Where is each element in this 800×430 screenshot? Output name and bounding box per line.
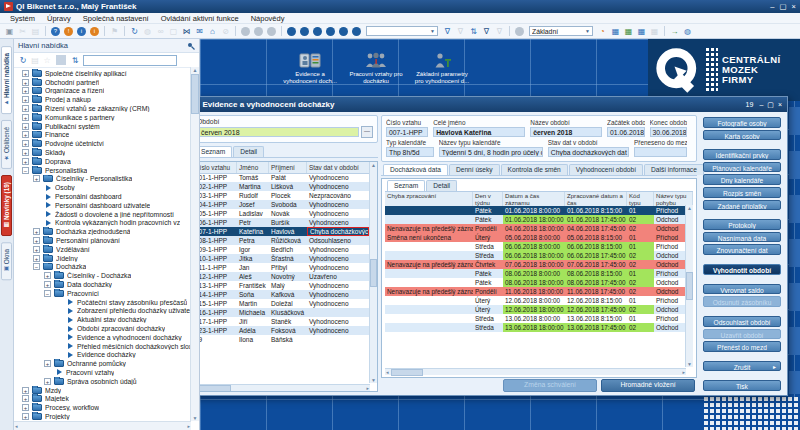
tree-item[interactable]: + Mzdy [14,386,199,395]
employee-grid-hscrollbar[interactable]: ◂▸ [200,384,370,391]
tree-expander[interactable]: + [22,105,29,112]
tree-item[interactable]: + Vzdělávání [14,245,199,254]
attendance-row[interactable]: Středa 13.06.2018 18:00:00 13.06.2018 17… [385,323,685,332]
attendance-row[interactable]: Úterý 12.06.2018 18:00:00 12.06.2018 17:… [385,305,685,314]
scroll-up-icon[interactable]: ▲ [371,162,376,168]
record-icon[interactable] [241,27,250,36]
tree-expander[interactable] [33,202,40,209]
tree-item[interactable]: + Řízení vztahů se zákazníky (CRM) [14,104,199,113]
paste-icon[interactable]: ▤ [30,26,41,37]
filter3-icon[interactable]: ∇ [494,26,505,37]
chart1-icon[interactable]: ▦ [610,26,621,37]
tree-expander[interactable] [33,219,40,226]
tree-expander[interactable]: + [22,123,29,130]
employee-row[interactable]: 014-1-HPP Soňa Kafková Vyhodnoceno [200,290,369,299]
tree-expander[interactable]: + [22,404,29,411]
stop-icon[interactable]: ⊘ [220,26,231,37]
employee-grid-vscrollbar[interactable]: ▲▼ [369,162,377,383]
tree-item[interactable]: + Obchodní partneři [14,78,199,87]
tree-item[interactable]: Evidence docházky [14,351,199,360]
employee-row[interactable]: 009-1-HPP Igor Bedřich Vyhodnoceno [200,245,369,254]
tree-item[interactable]: Počáteční stavy zásobníku přesčasů [14,298,199,307]
pie-chart-icon[interactable]: ◔ [597,26,608,37]
attendance-row[interactable]: Středa 06.06.2018 8:00:00 06.06.2018 8:1… [385,242,685,251]
attendance-tab[interactable]: Kontrola dle směn [501,164,568,175]
scroll-up-icon[interactable]: ▲ [687,205,692,211]
tab-detail[interactable]: Detail [426,180,457,191]
tree-expander[interactable]: + [33,246,40,253]
stop2-icon[interactable] [267,27,276,36]
action-button[interactable]: Zrušit▸ [703,361,781,372]
tree-item[interactable]: + Docházka zjednodušená [14,227,199,236]
action-button[interactable]: Protokoly [703,219,781,230]
tree-expander[interactable] [55,299,62,306]
tree-expander[interactable]: + [44,360,51,367]
column-header[interactable]: Název typu pohybu [654,192,693,206]
separator[interactable] [664,26,665,36]
action-button[interactable]: Odsunutí zásobníku [703,296,781,307]
tree-expander[interactable]: + [22,158,29,165]
tree-item[interactable]: + Správa osobních údajů [14,377,199,386]
separator[interactable] [104,26,105,36]
tree-item[interactable]: + Finance [14,131,199,140]
tree-item[interactable]: + Doprava [14,157,199,166]
employee-row[interactable]: 003-1-HPP Rudolf Plocek Nezpracováno [200,191,369,200]
column-header[interactable]: Příjmení [269,162,307,173]
tree-item[interactable]: Období zpracování docházky [14,324,199,333]
tree-expander[interactable]: + [22,131,29,138]
column-header[interactable]: Chyba zpracování [385,192,473,206]
menu-item[interactable]: Úpravy [41,14,77,23]
tree-expander[interactable] [44,369,51,376]
column-header[interactable]: Kód typu pohybu [627,192,654,206]
tree-vertical-scrollbar[interactable]: ▲▼ [190,67,199,421]
employee-row[interactable]: 010-1-HPP Jitka Šťastná Vyhodnoceno [200,254,369,263]
tree-expander[interactable]: + [44,281,51,288]
tree-item[interactable]: Přehled měsíčních docházkových slож [14,342,199,351]
employee-row[interactable]: 29 Ilona Báňská [200,335,369,344]
tree-item[interactable]: Kontrola vykázaných hodin pracovních vz [14,219,199,228]
action-button[interactable]: Přenést do mezd [703,341,781,352]
tree-item[interactable]: − Pracovníci [14,289,199,298]
menu-item[interactable]: Ovládání aktivní funkce [155,14,245,23]
scroll-left-icon[interactable]: ◂ [386,369,389,375]
window-icon[interactable]: ▢ [168,26,179,37]
action-button[interactable]: Fotografie osoby [703,117,781,128]
tree-item[interactable]: Personální dashboard uživatele [14,201,199,210]
tree-item[interactable]: + Jídelny [14,254,199,263]
tree-item[interactable]: + Komunikace s partnery [14,113,199,122]
attendance-row[interactable]: Nenavazuje na předešlý záznam Čtvrtek 07… [385,260,685,269]
globe-icon[interactable]: ◍ [142,26,153,37]
tree-item[interactable]: + Publikační systém [14,122,199,131]
tree-item[interactable]: − Personalistika [14,166,199,175]
column-header[interactable]: Stav dat v období [307,162,377,173]
action-button[interactable]: Tisk [703,380,781,391]
action-button[interactable]: Karta osoby [703,130,781,141]
attendance-tab[interactable]: Denní úseky [449,164,500,175]
tree-expander[interactable]: + [33,237,40,244]
tree-item[interactable]: + Projekty [14,412,199,421]
tree-item[interactable]: + Podvojné účetnictví [14,139,199,148]
attendance-row[interactable]: Pátek 01.06.2018 18:00:00 01.06.2018 17:… [385,215,685,224]
chart2-icon[interactable]: ▦ [623,26,634,37]
tree-expander[interactable]: + [33,228,40,235]
window-close-button[interactable]: × [778,101,782,109]
action-button[interactable]: Nasnímaná data [703,232,781,243]
tree-item[interactable]: + Ochranné pomůcky [14,359,199,368]
tree-expander[interactable] [55,351,62,358]
tree-item[interactable]: Personální dashboard [14,192,199,201]
separator[interactable] [281,26,282,36]
employee-row[interactable]: 001-1-HPP Tomáš Palát Vyhodnoceno [200,173,369,182]
tree-item[interactable]: + Data docházky [14,280,199,289]
action-button[interactable]: Identifikační prvky [703,149,781,160]
chart4-icon[interactable]: ▦ [649,26,660,37]
attendance-tab[interactable]: Další informace [644,164,704,175]
employee-row[interactable]: 006-1-HPP Petr Buršík Vyhodnoceno [200,218,369,227]
flag-icon[interactable]: ⚑ [109,26,120,37]
scroll-down-icon[interactable]: ▼ [371,377,376,383]
period-collapse-button[interactable]: — [361,126,373,138]
attendance-tab[interactable]: Vyhodnocení období [569,164,643,175]
tree-horizontal-scrollbar[interactable]: ◂▸ [14,421,191,430]
employee-row[interactable]: 008-1-HPP Petra Růžičková Odsouhlaseno [200,236,369,245]
messages-icon[interactable]: i [77,27,86,36]
action-button[interactable]: Rozpis směn [703,187,781,198]
